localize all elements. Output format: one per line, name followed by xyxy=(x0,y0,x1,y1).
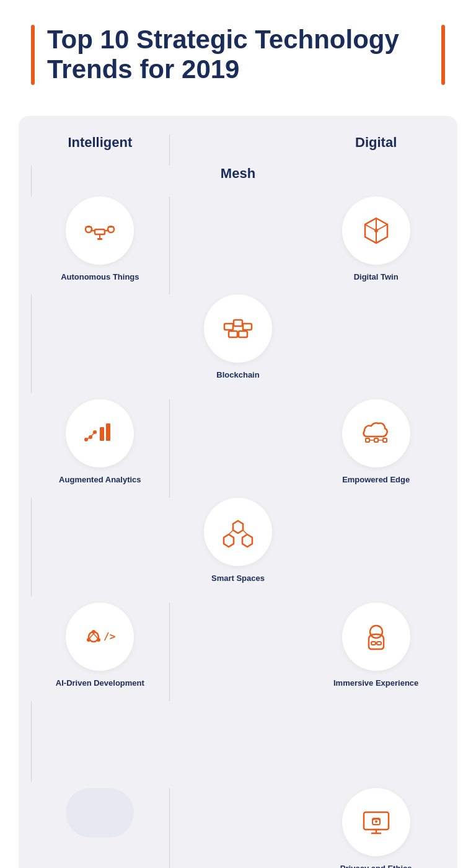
empowered-edge-label: Empowered Edge xyxy=(342,475,410,485)
augmented-analytics-icon-circle xyxy=(66,399,134,467)
svg-rect-25 xyxy=(106,423,110,441)
empowered-edge-item: Empowered Edge xyxy=(312,399,440,485)
immersive-icon-circle xyxy=(342,603,410,671)
col-header-digital: Digital xyxy=(307,135,445,166)
ai-driven-icon-circle: /> xyxy=(66,603,134,671)
svg-rect-33 xyxy=(383,438,387,442)
smart-spaces-label: Smart Spaces xyxy=(211,574,265,584)
ai-driven-item: /> AI-Driven Development xyxy=(36,603,164,689)
augmented-analytics-item: Augmented Analytics xyxy=(36,399,164,485)
col-header-mesh: Mesh xyxy=(169,166,307,197)
digital-twin-icon-circle xyxy=(342,197,410,265)
row2-sep1 xyxy=(169,399,170,498)
edge-icon xyxy=(358,415,395,452)
immersive-item: Immersive Experience xyxy=(312,603,440,689)
svg-point-28 xyxy=(84,438,88,441)
header: Top 10 Strategic Technology Trends for 2… xyxy=(0,0,476,104)
blockchain-item: Blockchain xyxy=(174,294,302,381)
autonomous-things-icon-circle xyxy=(66,197,134,265)
svg-rect-19 xyxy=(239,331,247,337)
immersive-icon xyxy=(358,618,395,655)
item-privacy: Privacy and Ethics xyxy=(307,788,445,868)
row-3: /> AI-Driven Development Immersi xyxy=(31,603,445,782)
item-smart-spaces: Smart Spaces xyxy=(169,498,307,596)
svg-point-14 xyxy=(374,229,378,232)
item-ai-driven: /> AI-Driven Development xyxy=(31,603,169,701)
smart-spaces-icon-circle xyxy=(204,498,272,566)
row-1: Autonomous Things Digital Twin xyxy=(31,197,445,394)
immersive-label: Immersive Experience xyxy=(333,678,418,689)
analytics-icon xyxy=(81,415,118,452)
svg-point-56 xyxy=(375,820,377,823)
svg-line-30 xyxy=(90,432,95,437)
svg-rect-50 xyxy=(377,642,381,645)
augmented-analytics-label: Augmented Analytics xyxy=(59,475,141,485)
svg-line-39 xyxy=(229,530,233,534)
col-sep-2 xyxy=(31,166,32,197)
svg-rect-8 xyxy=(97,238,102,240)
ai-driven-label: AI-Driven Development xyxy=(56,678,144,689)
main-grid: Intelligent Digital Mesh xyxy=(19,116,457,868)
header-left-accent xyxy=(31,25,35,85)
privacy-icon-circle xyxy=(342,788,410,856)
svg-line-21 xyxy=(242,323,243,327)
row1-sep1 xyxy=(169,197,170,295)
item-empowered-edge: Empowered Edge xyxy=(307,399,445,498)
svg-rect-17 xyxy=(243,324,252,330)
mesh-label: Mesh xyxy=(221,166,255,182)
smart-spaces-icon xyxy=(219,513,257,551)
svg-rect-16 xyxy=(234,320,242,326)
svg-point-42 xyxy=(92,630,95,634)
svg-rect-0 xyxy=(95,229,105,234)
svg-rect-24 xyxy=(100,427,104,441)
autonomous-things-label: Autonomous Things xyxy=(61,272,139,283)
row4-sep1 xyxy=(169,788,170,868)
item-immersive: Immersive Experience xyxy=(307,603,445,701)
item-digital-twin: Digital Twin xyxy=(307,197,445,295)
svg-point-43 xyxy=(87,638,90,642)
intelligent-label: Intelligent xyxy=(68,135,132,151)
column-headers: Intelligent Digital Mesh xyxy=(31,135,445,197)
svg-marker-36 xyxy=(233,521,243,533)
svg-marker-37 xyxy=(224,534,234,547)
smart-spaces-item: Smart Spaces xyxy=(174,498,302,584)
row-4: Privacy and Ethics xyxy=(31,788,445,868)
drone-icon xyxy=(81,212,118,249)
page-title: Top 10 Strategic Technology Trends for 2… xyxy=(47,25,429,85)
cube-icon xyxy=(358,212,395,249)
row2-sep2 xyxy=(31,498,32,596)
ghost-1 xyxy=(66,788,134,838)
row3-sep2 xyxy=(31,701,32,782)
header-right-accent xyxy=(441,25,445,85)
ai-dev-icon: /> xyxy=(81,618,118,655)
blockchain-icon xyxy=(219,310,257,347)
digital-twin-label: Digital Twin xyxy=(354,272,399,283)
svg-point-48 xyxy=(370,626,382,638)
blockchain-label: Blockchain xyxy=(216,370,259,381)
svg-line-40 xyxy=(243,530,247,534)
col-header-intelligent: Intelligent xyxy=(31,135,169,166)
empty-mesh-1 xyxy=(169,701,307,782)
empowered-edge-icon-circle xyxy=(342,399,410,467)
svg-rect-31 xyxy=(366,438,369,442)
row-2: Augmented Analytics Empowered Edge xyxy=(31,399,445,596)
item-autonomous-things: Autonomous Things xyxy=(31,197,169,295)
item-augmented-analytics: Augmented Analytics xyxy=(31,399,169,498)
svg-line-11 xyxy=(365,224,376,231)
svg-point-44 xyxy=(97,638,100,642)
svg-line-12 xyxy=(376,224,387,231)
digital-label: Digital xyxy=(355,135,397,151)
svg-text:/>: /> xyxy=(104,631,115,642)
blockchain-icon-circle xyxy=(204,294,272,363)
row1-sep2 xyxy=(31,294,32,393)
row3-sep1 xyxy=(169,603,170,701)
digital-twin-item: Digital Twin xyxy=(312,197,440,283)
svg-marker-38 xyxy=(242,534,252,547)
svg-rect-15 xyxy=(224,324,233,330)
svg-rect-49 xyxy=(371,642,376,645)
col-sep-1 xyxy=(169,135,170,166)
autonomous-things-item: Autonomous Things xyxy=(36,197,164,283)
item-blockchain: Blockchain xyxy=(169,294,307,393)
privacy-icon xyxy=(358,804,395,841)
empty-intelligent-2 xyxy=(31,788,169,868)
